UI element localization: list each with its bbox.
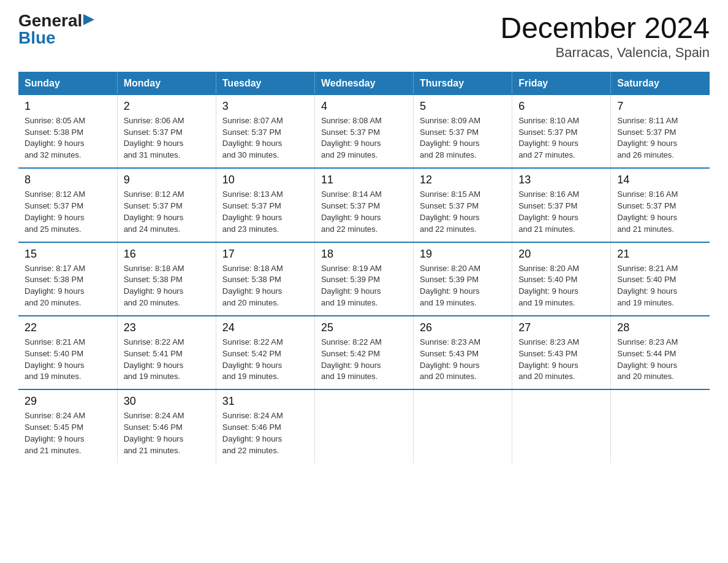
calendar-cell <box>314 389 413 462</box>
calendar-cell: 30Sunrise: 8:24 AMSunset: 5:46 PMDayligh… <box>117 389 216 462</box>
header-sunday: Sunday <box>18 72 117 94</box>
calendar-cell: 6Sunrise: 8:10 AMSunset: 5:37 PMDaylight… <box>512 94 611 168</box>
day-info: Sunrise: 8:23 AMSunset: 5:43 PMDaylight:… <box>420 337 480 381</box>
day-number: 20 <box>518 248 604 261</box>
day-number: 10 <box>222 174 308 186</box>
month-year-title: December 2024 <box>500 12 710 45</box>
day-number: 22 <box>25 321 111 334</box>
day-info: Sunrise: 8:06 AMSunset: 5:37 PMDaylight:… <box>124 116 184 160</box>
day-info: Sunrise: 8:15 AMSunset: 5:37 PMDaylight:… <box>420 190 480 234</box>
day-info: Sunrise: 8:16 AMSunset: 5:37 PMDaylight:… <box>617 190 678 234</box>
location-subtitle: Barracas, Valencia, Spain <box>500 45 710 61</box>
calendar-cell: 24Sunrise: 8:22 AMSunset: 5:42 PMDayligh… <box>216 316 314 389</box>
day-number: 8 <box>25 174 111 186</box>
day-info: Sunrise: 8:22 AMSunset: 5:42 PMDaylight:… <box>321 337 382 381</box>
calendar-cell: 16Sunrise: 8:18 AMSunset: 5:38 PMDayligh… <box>117 242 216 316</box>
day-info: Sunrise: 8:23 AMSunset: 5:43 PMDaylight:… <box>518 337 579 381</box>
logo-general-text: General <box>18 12 82 29</box>
calendar-week-row: 29Sunrise: 8:24 AMSunset: 5:45 PMDayligh… <box>18 389 710 462</box>
day-number: 11 <box>321 174 407 186</box>
day-number: 18 <box>321 248 407 261</box>
logo-blue-text: Blue <box>18 29 56 47</box>
calendar-week-row: 22Sunrise: 8:21 AMSunset: 5:40 PMDayligh… <box>18 316 710 389</box>
calendar-cell: 20Sunrise: 8:20 AMSunset: 5:40 PMDayligh… <box>512 242 611 316</box>
day-number: 12 <box>420 174 506 186</box>
day-info: Sunrise: 8:09 AMSunset: 5:37 PMDaylight:… <box>420 116 480 160</box>
day-info: Sunrise: 8:08 AMSunset: 5:37 PMDaylight:… <box>321 116 382 160</box>
header-thursday: Thursday <box>414 72 512 94</box>
logo-arrow-icon <box>83 14 94 25</box>
header-wednesday: Wednesday <box>314 72 413 94</box>
calendar-cell: 23Sunrise: 8:22 AMSunset: 5:41 PMDayligh… <box>117 316 216 389</box>
day-info: Sunrise: 8:20 AMSunset: 5:39 PMDaylight:… <box>420 264 480 308</box>
day-number: 19 <box>420 248 506 261</box>
day-number: 3 <box>222 100 308 113</box>
day-info: Sunrise: 8:11 AMSunset: 5:37 PMDaylight:… <box>617 116 678 160</box>
day-number: 29 <box>25 395 111 408</box>
day-info: Sunrise: 8:21 AMSunset: 5:40 PMDaylight:… <box>25 337 85 381</box>
header-friday: Friday <box>512 72 611 94</box>
calendar-cell: 11Sunrise: 8:14 AMSunset: 5:37 PMDayligh… <box>314 168 413 242</box>
day-number: 15 <box>25 248 111 261</box>
calendar-cell: 7Sunrise: 8:11 AMSunset: 5:37 PMDaylight… <box>611 94 710 168</box>
calendar-cell: 25Sunrise: 8:22 AMSunset: 5:42 PMDayligh… <box>314 316 413 389</box>
day-info: Sunrise: 8:18 AMSunset: 5:38 PMDaylight:… <box>124 264 184 308</box>
calendar-cell: 18Sunrise: 8:19 AMSunset: 5:39 PMDayligh… <box>314 242 413 316</box>
day-number: 17 <box>222 248 308 261</box>
day-info: Sunrise: 8:19 AMSunset: 5:39 PMDaylight:… <box>321 264 382 308</box>
calendar-cell: 22Sunrise: 8:21 AMSunset: 5:40 PMDayligh… <box>18 316 117 389</box>
day-number: 24 <box>222 321 308 334</box>
calendar-cell: 26Sunrise: 8:23 AMSunset: 5:43 PMDayligh… <box>414 316 512 389</box>
calendar-cell: 9Sunrise: 8:12 AMSunset: 5:37 PMDaylight… <box>117 168 216 242</box>
day-info: Sunrise: 8:20 AMSunset: 5:40 PMDaylight:… <box>518 264 579 308</box>
day-number: 16 <box>124 248 210 261</box>
calendar-cell: 1Sunrise: 8:05 AMSunset: 5:38 PMDaylight… <box>18 94 117 168</box>
calendar-cell: 5Sunrise: 8:09 AMSunset: 5:37 PMDaylight… <box>414 94 512 168</box>
day-number: 30 <box>124 395 210 408</box>
calendar-cell: 28Sunrise: 8:23 AMSunset: 5:44 PMDayligh… <box>611 316 710 389</box>
title-block: December 2024 Barracas, Valencia, Spain <box>500 12 710 61</box>
calendar-cell <box>512 389 611 462</box>
calendar-cell: 3Sunrise: 8:07 AMSunset: 5:37 PMDaylight… <box>216 94 314 168</box>
day-number: 25 <box>321 321 407 334</box>
calendar-cell: 14Sunrise: 8:16 AMSunset: 5:37 PMDayligh… <box>611 168 710 242</box>
calendar-cell: 2Sunrise: 8:06 AMSunset: 5:37 PMDaylight… <box>117 94 216 168</box>
calendar-cell: 8Sunrise: 8:12 AMSunset: 5:37 PMDaylight… <box>18 168 117 242</box>
day-number: 28 <box>617 321 703 334</box>
logo: General Blue <box>18 12 94 47</box>
day-number: 5 <box>420 100 506 113</box>
day-info: Sunrise: 8:22 AMSunset: 5:41 PMDaylight:… <box>124 337 184 381</box>
day-number: 9 <box>124 174 210 186</box>
day-info: Sunrise: 8:24 AMSunset: 5:45 PMDaylight:… <box>25 411 85 455</box>
calendar-cell <box>414 389 512 462</box>
day-number: 4 <box>321 100 407 113</box>
header-monday: Monday <box>117 72 216 94</box>
calendar-cell <box>611 389 710 462</box>
day-info: Sunrise: 8:12 AMSunset: 5:37 PMDaylight:… <box>124 190 184 234</box>
day-info: Sunrise: 8:05 AMSunset: 5:38 PMDaylight:… <box>25 116 85 160</box>
day-number: 27 <box>518 321 604 334</box>
calendar-table: SundayMondayTuesdayWednesdayThursdayFrid… <box>18 72 710 463</box>
day-number: 13 <box>518 174 604 186</box>
day-info: Sunrise: 8:13 AMSunset: 5:37 PMDaylight:… <box>222 190 283 234</box>
day-info: Sunrise: 8:24 AMSunset: 5:46 PMDaylight:… <box>124 411 184 455</box>
day-number: 23 <box>124 321 210 334</box>
page-header: General Blue December 2024 Barracas, Val… <box>18 12 710 61</box>
day-info: Sunrise: 8:14 AMSunset: 5:37 PMDaylight:… <box>321 190 382 234</box>
day-number: 31 <box>222 395 308 408</box>
day-number: 6 <box>518 100 604 113</box>
calendar-week-row: 15Sunrise: 8:17 AMSunset: 5:38 PMDayligh… <box>18 242 710 316</box>
calendar-week-row: 8Sunrise: 8:12 AMSunset: 5:37 PMDaylight… <box>18 168 710 242</box>
day-number: 1 <box>25 100 111 113</box>
calendar-cell: 31Sunrise: 8:24 AMSunset: 5:46 PMDayligh… <box>216 389 314 462</box>
day-info: Sunrise: 8:23 AMSunset: 5:44 PMDaylight:… <box>617 337 678 381</box>
calendar-header-row: SundayMondayTuesdayWednesdayThursdayFrid… <box>18 72 710 94</box>
day-info: Sunrise: 8:24 AMSunset: 5:46 PMDaylight:… <box>222 411 283 455</box>
calendar-cell: 17Sunrise: 8:18 AMSunset: 5:38 PMDayligh… <box>216 242 314 316</box>
day-info: Sunrise: 8:18 AMSunset: 5:38 PMDaylight:… <box>222 264 283 308</box>
day-number: 14 <box>617 174 703 186</box>
calendar-cell: 21Sunrise: 8:21 AMSunset: 5:40 PMDayligh… <box>611 242 710 316</box>
calendar-cell: 12Sunrise: 8:15 AMSunset: 5:37 PMDayligh… <box>414 168 512 242</box>
svg-marker-0 <box>83 14 94 25</box>
calendar-cell: 29Sunrise: 8:24 AMSunset: 5:45 PMDayligh… <box>18 389 117 462</box>
